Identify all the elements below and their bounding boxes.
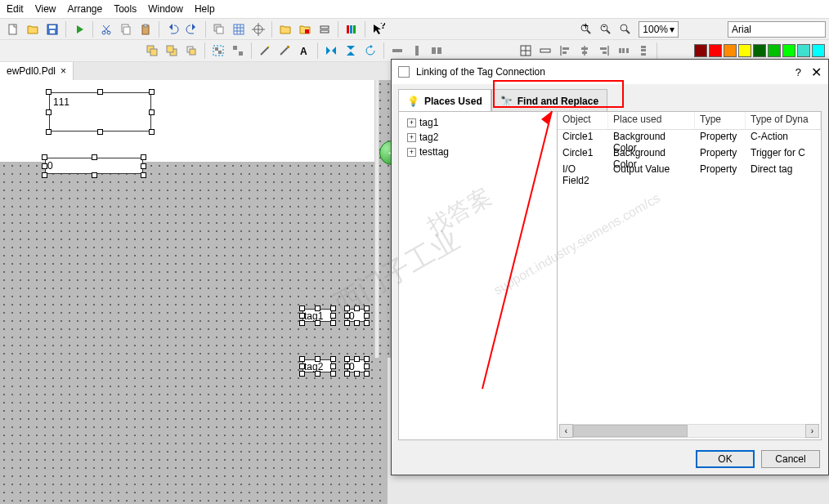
menu-window[interactable]: Window xyxy=(148,3,183,15)
col-type[interactable]: Type xyxy=(695,112,746,129)
col-place[interactable]: Place used xyxy=(608,112,695,129)
chevron-down-icon: ▾ xyxy=(670,24,674,35)
color-yellow[interactable] xyxy=(738,44,751,57)
document-tab[interactable]: ewPdl0.Pdl × xyxy=(0,62,74,80)
bring-front-icon[interactable] xyxy=(143,42,161,60)
save-icon[interactable] xyxy=(43,20,61,38)
open-icon[interactable] xyxy=(24,20,42,38)
brush-icon[interactable] xyxy=(276,42,294,60)
expand-icon[interactable]: + xyxy=(407,148,416,157)
color-dark-green[interactable] xyxy=(753,44,766,57)
menu-view[interactable]: View xyxy=(35,3,56,15)
ungroup-icon[interactable] xyxy=(229,42,247,60)
dist-h-icon[interactable] xyxy=(615,42,633,60)
color-green[interactable] xyxy=(768,44,781,57)
paste-icon[interactable] xyxy=(137,20,155,38)
new-icon[interactable] xyxy=(4,20,22,38)
undo-icon[interactable] xyxy=(164,20,181,38)
dialog-footer: OK Cancel xyxy=(696,450,820,468)
send-back-icon[interactable] xyxy=(163,42,181,60)
folder1-icon[interactable] xyxy=(276,20,294,38)
align2-icon[interactable] xyxy=(408,42,426,60)
horizontal-scrollbar[interactable]: ‹ › xyxy=(559,423,819,438)
tag-tree: + tag1 + tag2 + testtag xyxy=(399,112,558,439)
color-cyan[interactable] xyxy=(812,44,825,57)
font-combo[interactable]: Arial xyxy=(728,21,826,38)
binoculars-icon: 🔭 xyxy=(500,96,513,107)
list-row[interactable]: Circle1 Background Color Property C-Acti… xyxy=(558,130,821,146)
zoom-combo[interactable]: 100% ▾ xyxy=(639,21,679,38)
svg-rect-78 xyxy=(622,48,625,53)
scroll-thumb[interactable] xyxy=(573,425,688,437)
color-teal[interactable] xyxy=(797,44,810,57)
mirror-v-icon[interactable] xyxy=(342,42,360,60)
help-icon[interactable]: ? xyxy=(795,66,801,78)
dialog-titlebar[interactable]: Linking of the Tag Connection ? ✕ xyxy=(392,60,828,84)
scroll-left-icon[interactable]: ‹ xyxy=(559,424,573,438)
svg-rect-46 xyxy=(215,47,218,51)
same-width-icon[interactable] xyxy=(316,20,334,38)
io-field-1[interactable]: 111 xyxy=(49,92,151,132)
align3-icon[interactable] xyxy=(428,42,446,60)
io-field-2[interactable]: 0 xyxy=(45,158,143,174)
align1-icon[interactable] xyxy=(388,42,406,60)
svg-rect-75 xyxy=(600,47,607,50)
grid-icon[interactable] xyxy=(230,20,248,38)
close-icon[interactable]: × xyxy=(60,65,66,77)
text-tool-icon[interactable]: A xyxy=(295,42,313,60)
align-l-icon[interactable] xyxy=(556,42,574,60)
ruler-icon[interactable] xyxy=(536,42,554,60)
cancel-button[interactable]: Cancel xyxy=(761,450,820,468)
col-dyn[interactable]: Type of Dyna xyxy=(746,112,821,129)
menu-edit[interactable]: Edit xyxy=(7,3,24,15)
expand-icon[interactable]: + xyxy=(407,118,416,127)
scroll-right-icon[interactable]: › xyxy=(805,424,819,438)
menu-help[interactable]: Help xyxy=(195,3,215,15)
layers-icon[interactable] xyxy=(210,20,228,38)
rotate-icon[interactable] xyxy=(361,42,379,60)
color-red[interactable] xyxy=(709,44,722,57)
pointer-help-icon[interactable]: ? xyxy=(370,20,388,38)
cell-type: Property xyxy=(695,130,746,146)
library-icon[interactable] xyxy=(343,20,361,38)
color-dark-red[interactable] xyxy=(694,44,707,57)
wand-icon[interactable] xyxy=(256,42,274,60)
play-icon[interactable] xyxy=(70,20,88,38)
copy-icon[interactable] xyxy=(117,20,135,38)
color-lime[interactable] xyxy=(782,44,795,57)
ok-button[interactable]: OK xyxy=(696,450,755,468)
mirror-h-icon[interactable] xyxy=(322,42,340,60)
col-object[interactable]: Object xyxy=(558,112,608,129)
cut-icon[interactable] xyxy=(97,20,115,38)
swap-layer-icon[interactable] xyxy=(182,42,200,60)
group-icon[interactable] xyxy=(209,42,227,60)
document-tab-label: ewPdl0.Pdl xyxy=(7,65,56,77)
tree-item-tag1[interactable]: + tag1 xyxy=(402,115,553,130)
tab-places-used[interactable]: 💡 Places Used xyxy=(398,89,491,112)
redo-icon[interactable] xyxy=(183,20,201,38)
menu-tools[interactable]: Tools xyxy=(114,3,137,15)
expand-icon[interactable]: + xyxy=(407,133,416,142)
tree-item-testtag[interactable]: + testtag xyxy=(402,145,553,159)
tab-find-replace[interactable]: 🔭 Find and Replace xyxy=(491,89,607,112)
zoom-fit-icon[interactable] xyxy=(616,20,634,38)
dist-v-icon[interactable] xyxy=(634,42,652,60)
color-orange[interactable] xyxy=(724,44,737,57)
align-c-icon[interactable] xyxy=(576,42,594,60)
svg-line-35 xyxy=(607,30,610,33)
svg-rect-70 xyxy=(562,51,567,54)
list-row[interactable]: Circle1 Background Color Property Trigge… xyxy=(558,146,821,163)
folder2-icon[interactable] xyxy=(296,20,314,38)
grid-toggle-icon[interactable] xyxy=(517,42,535,60)
snap-icon[interactable] xyxy=(249,20,267,38)
zoom-out-icon[interactable]: - xyxy=(597,20,615,38)
tree-item-tag2[interactable]: + tag2 xyxy=(402,130,553,145)
svg-rect-25 xyxy=(320,30,329,33)
align-r-icon[interactable] xyxy=(595,42,613,60)
menu-arrange[interactable]: Arrange xyxy=(67,3,102,15)
close-icon[interactable]: ✕ xyxy=(811,65,822,80)
list-row[interactable]: I/O Field2 Output Value Property Direct … xyxy=(558,163,821,179)
panel-divider[interactable] xyxy=(374,80,379,358)
scroll-track[interactable] xyxy=(573,424,805,438)
zoom-in-icon[interactable]: + xyxy=(577,20,595,38)
